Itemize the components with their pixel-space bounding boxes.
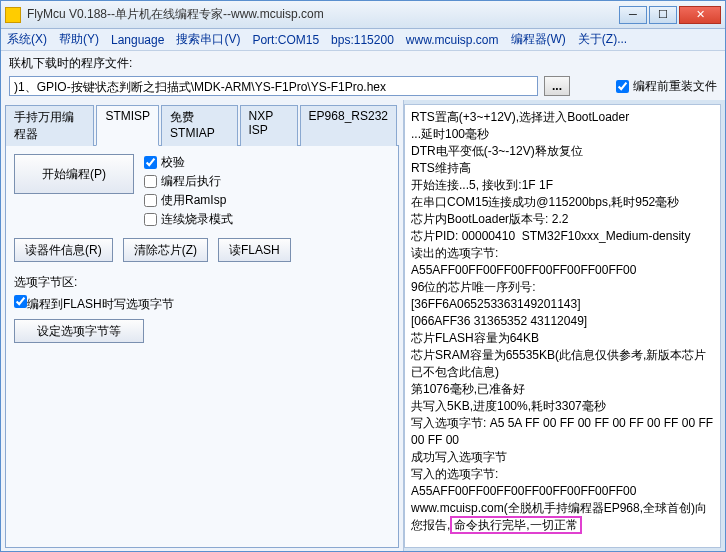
window-title: FlyMcu V0.188--单片机在线编程专家--www.mcuisp.com xyxy=(27,6,619,23)
erase-chip-button[interactable]: 清除芯片(Z) xyxy=(123,238,208,262)
close-button[interactable]: ✕ xyxy=(679,6,721,24)
log-text: RTS置高(+3~+12V),选择进入BootLoader ...延时100毫秒… xyxy=(411,110,716,532)
read-flash-button[interactable]: 读FLASH xyxy=(218,238,291,262)
option-bytes-label: 选项字节区: xyxy=(14,274,390,291)
set-option-bytes-button[interactable]: 设定选项字节等 xyxy=(14,319,144,343)
start-program-button[interactable]: 开始编程(P) xyxy=(14,154,134,194)
minimize-button[interactable]: ─ xyxy=(619,6,647,24)
menu-programmer[interactable]: 编程器(W) xyxy=(511,31,566,48)
reinstall-checkbox-input[interactable] xyxy=(616,80,629,93)
titlebar: FlyMcu V0.188--单片机在线编程专家--www.mcuisp.com… xyxy=(1,1,725,29)
menu-search-port[interactable]: 搜索串口(V) xyxy=(176,31,240,48)
tab-ep968[interactable]: EP968_RS232 xyxy=(300,105,397,146)
menu-help[interactable]: 帮助(Y) xyxy=(59,31,99,48)
tab-body: 开始编程(P) 校验 编程后执行 使用RamIsp 连续烧录模式 读器件信息(R… xyxy=(5,146,399,548)
app-icon xyxy=(5,7,21,23)
tab-handheld[interactable]: 手持万用编程器 xyxy=(5,105,94,146)
read-device-info-button[interactable]: 读器件信息(R) xyxy=(14,238,113,262)
menu-about[interactable]: 关于(Z)... xyxy=(578,31,627,48)
file-path-input[interactable]: )1、GPIO-按键状态判断之扫描式\MDK-ARM\YS-F1Pro\YS-F… xyxy=(9,76,538,96)
file-label: 联机下载时的程序文件: xyxy=(9,55,132,72)
menu-language[interactable]: Language xyxy=(111,33,164,47)
tab-strip: 手持万用编程器 STMISP 免费STMIAP NXP ISP EP968_RS… xyxy=(5,104,399,146)
menu-site[interactable]: www.mcuisp.com xyxy=(406,33,499,47)
opt-verify[interactable]: 校验 xyxy=(144,154,233,171)
left-pane: 手持万用编程器 STMISP 免费STMIAP NXP ISP EP968_RS… xyxy=(1,100,404,552)
tab-stmisp[interactable]: STMISP xyxy=(96,105,159,146)
menu-system[interactable]: 系统(X) xyxy=(7,31,47,48)
opt-runafter[interactable]: 编程后执行 xyxy=(144,173,233,190)
file-row: 联机下载时的程序文件: xyxy=(1,51,725,76)
log-output[interactable]: RTS置高(+3~+12V),选择进入BootLoader ...延时100毫秒… xyxy=(404,104,721,548)
tab-nxpisp[interactable]: NXP ISP xyxy=(240,105,298,146)
log-highlight: 命令执行完毕,一切正常 xyxy=(450,516,581,534)
opt-ramisp[interactable]: 使用RamIsp xyxy=(144,192,233,209)
menu-bps[interactable]: bps:115200 xyxy=(331,33,394,47)
tab-stmiap[interactable]: 免费STMIAP xyxy=(161,105,237,146)
browse-button[interactable]: ... xyxy=(544,76,570,96)
menu-port[interactable]: Port:COM15 xyxy=(252,33,319,47)
maximize-button[interactable]: ☐ xyxy=(649,6,677,24)
opt-continuous[interactable]: 连续烧录模式 xyxy=(144,211,233,228)
menubar: 系统(X) 帮助(Y) Language 搜索串口(V) Port:COM15 … xyxy=(1,29,725,51)
reinstall-label: 编程前重装文件 xyxy=(633,78,717,95)
opt-write-option-bytes[interactable]: 编程到FLASH时写选项字节 xyxy=(14,295,174,313)
reinstall-checkbox[interactable]: 编程前重装文件 xyxy=(616,78,717,95)
